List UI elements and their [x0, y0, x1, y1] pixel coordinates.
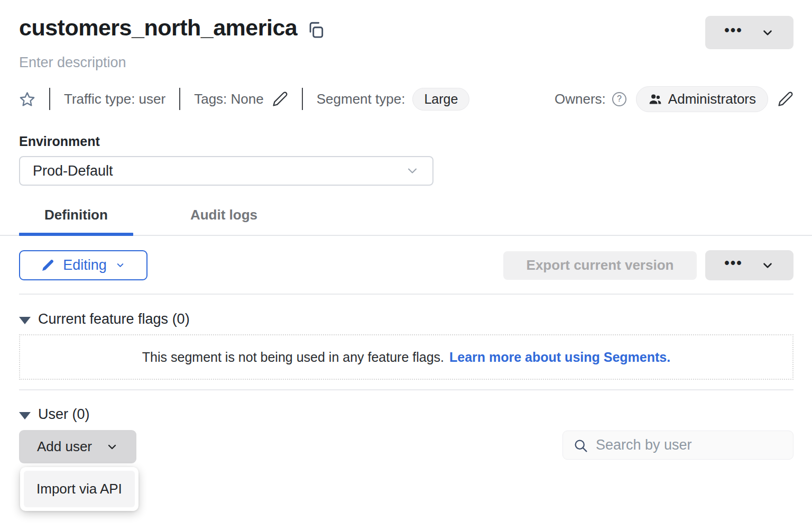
feature-flags-section: Current feature flags (0) This segment i…	[19, 311, 793, 380]
tab-bar: Definition Audit logs	[0, 207, 812, 236]
description-field[interactable]: Enter description	[19, 54, 793, 71]
definition-toolbar: Editing Export current version •••	[19, 250, 793, 280]
toolbar-right-group: Export current version •••	[503, 250, 793, 280]
add-user-group: Add user Import via API	[19, 430, 136, 463]
learn-more-link[interactable]: Learn more about using Segments.	[449, 350, 670, 365]
tab-label: Audit logs	[190, 207, 257, 223]
editing-label: Editing	[63, 257, 107, 273]
user-section: User (0) Add user Import via API	[19, 406, 793, 463]
add-user-button[interactable]: Add user	[19, 430, 136, 463]
editing-status-button[interactable]: Editing	[19, 250, 147, 280]
environment-select[interactable]: Prod-Default	[19, 156, 433, 186]
divider	[179, 88, 180, 110]
caret-down-icon	[19, 412, 31, 419]
search-icon	[573, 438, 588, 453]
page-title: customers_north_america	[19, 15, 297, 41]
tab-label: Definition	[44, 207, 108, 223]
chevron-down-icon	[115, 260, 125, 270]
tab-definition[interactable]: Definition	[19, 207, 133, 235]
feature-flags-title: Current feature flags (0)	[38, 311, 190, 327]
divider	[302, 88, 303, 110]
segment-detail-page: customers_north_america ••• Enter descri…	[0, 15, 812, 463]
export-current-version-button[interactable]: Export current version	[503, 251, 697, 280]
ellipsis-icon: •••	[724, 256, 742, 275]
segment-header: customers_north_america ••• Enter descri…	[0, 15, 812, 186]
meta-row: Traffic type: user Tags: None Segment ty…	[19, 87, 793, 111]
toolbar-more-button[interactable]: •••	[705, 250, 793, 280]
divider	[19, 389, 793, 390]
menu-item-import-via-api[interactable]: Import via API	[24, 471, 135, 507]
segment-type-label: Segment type:	[317, 91, 405, 107]
chevron-down-icon	[405, 163, 420, 178]
tags-label: Tags: None	[194, 91, 264, 107]
owners-value: Administrators	[668, 91, 756, 107]
search-input[interactable]	[563, 431, 793, 459]
feature-flags-section-header[interactable]: Current feature flags (0)	[19, 311, 190, 327]
owners-badge: Administrators	[636, 86, 768, 112]
chevron-down-icon	[106, 441, 118, 453]
add-user-menu: Import via API	[20, 467, 139, 511]
environment-label: Environment	[19, 134, 793, 149]
chevron-down-icon	[761, 26, 774, 40]
traffic-type-label: Traffic type: user	[64, 91, 165, 107]
help-glyph: ?	[617, 94, 622, 104]
title-row: customers_north_america •••	[19, 15, 793, 41]
feature-flags-empty-state: This segment is not being used in any fe…	[19, 334, 793, 380]
edit-tags-icon[interactable]	[272, 91, 288, 107]
tab-audit-logs[interactable]: Audit logs	[165, 207, 283, 235]
edit-owners-icon[interactable]	[778, 91, 793, 107]
divider	[19, 294, 793, 295]
segment-type-badge: Large	[412, 88, 469, 111]
ellipsis-icon: •••	[724, 23, 742, 42]
owners-label: Owners:	[555, 91, 606, 107]
owners-group: Owners: ? Administrators	[555, 86, 793, 112]
pencil-icon	[41, 259, 54, 272]
header-more-button[interactable]: •••	[705, 16, 793, 49]
copy-icon[interactable]	[307, 21, 325, 39]
caret-down-icon	[19, 317, 31, 324]
divider	[49, 88, 50, 110]
user-search-box	[562, 431, 793, 460]
environment-selected-value: Prod-Default	[33, 163, 113, 179]
add-user-label: Add user	[37, 438, 92, 455]
users-icon	[648, 92, 662, 106]
chevron-down-icon	[761, 259, 774, 272]
user-section-title: User (0)	[38, 406, 90, 423]
star-icon[interactable]	[19, 91, 35, 107]
user-controls-row: Add user Import via API	[19, 430, 793, 463]
empty-state-text: This segment is not being used in any fe…	[142, 350, 444, 365]
help-icon[interactable]: ?	[612, 92, 626, 106]
definition-panel: Editing Export current version ••• Cur	[0, 250, 812, 463]
user-section-header[interactable]: User (0)	[19, 406, 90, 423]
